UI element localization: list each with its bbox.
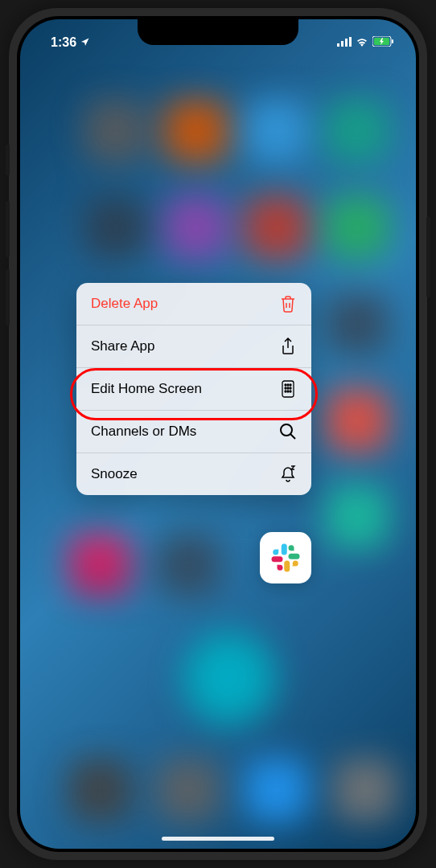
svg-rect-3	[349, 37, 352, 47]
menu-item-label: Snooze	[91, 466, 138, 482]
home-indicator[interactable]	[162, 837, 274, 841]
slack-app-icon[interactable]	[260, 532, 311, 583]
menu-item-share-app[interactable]: Share App	[76, 326, 311, 368]
svg-point-10	[290, 384, 291, 386]
phone-bezel: 1:36	[17, 16, 419, 852]
apps-grid-icon	[279, 380, 297, 398]
svg-point-13	[290, 387, 291, 389]
share-icon	[279, 338, 297, 355]
svg-point-11	[285, 387, 286, 389]
svg-rect-19	[289, 554, 300, 559]
power-button	[426, 217, 430, 297]
menu-item-edit-home-screen[interactable]: Edit Home Screen	[76, 368, 311, 411]
menu-item-label: Channels or DMs	[91, 424, 196, 440]
wifi-icon	[356, 35, 368, 50]
svg-point-16	[290, 391, 291, 392]
svg-rect-1	[341, 41, 343, 47]
svg-point-12	[287, 387, 289, 389]
svg-point-15	[287, 391, 289, 392]
menu-item-channels-dms[interactable]: Channels or DMs	[76, 411, 311, 453]
svg-rect-6	[392, 39, 393, 43]
battery-charging-icon	[372, 35, 393, 50]
menu-item-label: Delete App	[91, 296, 158, 312]
menu-item-label: Edit Home Screen	[91, 381, 202, 397]
menu-item-snooze[interactable]: Snooze	[76, 453, 311, 495]
search-icon	[279, 423, 297, 440]
menu-item-delete-app[interactable]: Delete App	[76, 283, 311, 326]
silent-switch	[6, 145, 10, 175]
svg-rect-18	[282, 544, 287, 555]
menu-item-label: Share App	[91, 338, 154, 354]
svg-point-9	[287, 384, 289, 386]
svg-rect-0	[337, 43, 339, 47]
app-context-menu: Delete App Share App	[76, 283, 311, 495]
volume-down-button	[6, 269, 10, 326]
phone-device-frame: 1:36	[9, 8, 427, 860]
bell-snooze-icon	[279, 465, 297, 483]
slack-logo-icon	[269, 541, 302, 575]
svg-rect-20	[284, 561, 290, 572]
svg-point-8	[285, 384, 286, 386]
svg-rect-21	[272, 556, 283, 562]
status-bar-right	[337, 35, 393, 50]
status-time: 1:36	[51, 35, 76, 50]
cellular-signal-icon	[337, 35, 352, 50]
location-icon	[80, 35, 90, 50]
svg-point-14	[285, 391, 286, 392]
phone-screen: 1:36	[20, 19, 416, 849]
display-notch	[138, 19, 298, 45]
trash-icon	[279, 295, 297, 313]
svg-point-17	[281, 424, 292, 436]
svg-rect-2	[345, 39, 348, 47]
volume-up-button	[6, 201, 10, 257]
status-bar-left: 1:36	[43, 35, 90, 50]
